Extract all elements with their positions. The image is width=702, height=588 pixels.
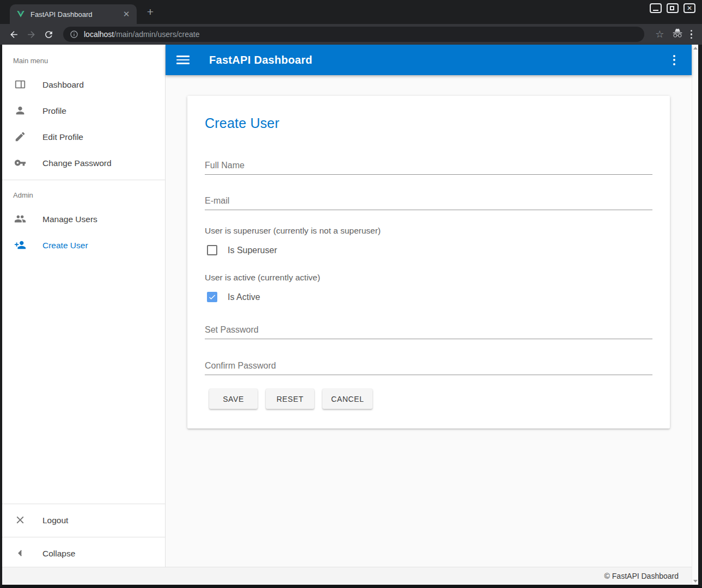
checkbox-label: Is Active — [228, 292, 260, 302]
sidebar-item-dashboard[interactable]: Dashboard — [2, 72, 165, 98]
maximize-button[interactable] — [667, 3, 679, 13]
app-bar: FastAPI Dashboard — [166, 45, 692, 75]
sidebar-section-admin: Admin — [2, 183, 165, 206]
browser-menu-icon[interactable] — [691, 30, 693, 39]
email-field — [205, 196, 652, 210]
new-tab-button[interactable]: + — [143, 5, 157, 20]
toolbar-right: ☆ — [652, 28, 695, 41]
vertical-scrollbar[interactable] — [692, 45, 698, 585]
sidebar-divider — [2, 180, 165, 180]
sidebar-item-label: Manage Users — [42, 215, 97, 224]
is-active-checkbox-row[interactable]: Is Active — [205, 292, 652, 302]
set-password-field — [205, 325, 652, 339]
url-bar[interactable]: localhost/main/admin/users/create — [63, 27, 644, 42]
sidebar-item-profile[interactable]: Profile — [2, 98, 165, 124]
minimize-button[interactable] — [650, 3, 662, 13]
bookmark-star-icon[interactable]: ☆ — [655, 28, 664, 40]
app-title: FastAPI Dashboard — [209, 54, 313, 66]
full-name-input[interactable] — [205, 161, 652, 170]
sidebar-item-label: Change Password — [42, 158, 112, 168]
sidebar-item-create-user[interactable]: Create User — [2, 232, 165, 259]
checkbox-label: Is Superuser — [228, 246, 277, 255]
is-superuser-checkbox[interactable] — [207, 245, 217, 255]
person-add-icon — [14, 239, 27, 252]
hamburger-menu-icon[interactable] — [176, 53, 190, 66]
sidebar-item-edit-profile[interactable]: Edit Profile — [2, 124, 165, 150]
reload-button[interactable] — [41, 27, 56, 41]
incognito-icon — [672, 28, 683, 41]
chevron-left-icon — [14, 547, 27, 560]
dashboard-icon — [14, 78, 27, 91]
full-name-field — [205, 161, 652, 175]
scroll-up-arrow-icon[interactable] — [693, 47, 698, 50]
reset-button[interactable]: RESET — [266, 389, 314, 409]
set-password-input[interactable] — [205, 325, 652, 335]
appbar-menu-icon[interactable] — [670, 52, 679, 69]
back-button[interactable] — [7, 27, 21, 41]
tab-title: FastAPI Dashboard — [30, 10, 121, 19]
sidebar-item-label: Profile — [42, 106, 66, 116]
sidebar-divider — [2, 504, 165, 504]
url-text: localhost/main/admin/users/create — [84, 30, 199, 39]
sidebar-item-change-password[interactable]: Change Password — [2, 150, 165, 176]
scroll-down-arrow-icon[interactable] — [693, 580, 698, 583]
is-active-checkbox[interactable] — [207, 292, 217, 302]
sidebar-item-logout[interactable]: Logout — [2, 507, 165, 534]
main-column: FastAPI Dashboard Create User — [166, 45, 692, 567]
sidebar-item-label: Create User — [42, 241, 88, 250]
sidebar-item-label: Collapse — [42, 549, 75, 559]
sidebar-item-collapse[interactable]: Collapse — [2, 541, 165, 567]
vue-favicon-icon — [16, 10, 25, 19]
sidebar-item-label: Logout — [42, 516, 68, 525]
browser-toolbar: localhost/main/admin/users/create ☆ — [0, 24, 702, 45]
forward-button[interactable] — [24, 27, 38, 41]
confirm-password-field — [205, 361, 652, 375]
sidebar-item-manage-users[interactable]: Manage Users — [2, 206, 165, 232]
create-user-card: Create User User is superuser (currently… — [187, 96, 670, 428]
people-icon — [14, 213, 27, 226]
is-superuser-checkbox-row[interactable]: Is Superuser — [205, 245, 652, 255]
sidebar-item-label: Edit Profile — [42, 132, 83, 142]
active-hint: User is active (currently active) — [205, 273, 652, 283]
tab-close-icon[interactable]: ✕ — [121, 9, 131, 19]
page-frame: Main menu Dashboard Profile — [0, 45, 702, 588]
confirm-password-input[interactable] — [205, 361, 652, 371]
url-host: localhost — [84, 30, 114, 39]
sidebar: Main menu Dashboard Profile — [2, 45, 166, 567]
sidebar-divider — [2, 537, 165, 537]
sidebar-item-label: Dashboard — [42, 80, 84, 90]
copyright-text: © FastAPI Dashboard — [605, 572, 679, 580]
page-content: Create User User is superuser (currently… — [166, 75, 692, 567]
page-info-icon[interactable] — [70, 30, 78, 39]
url-path: /main/admin/users/create — [114, 30, 199, 39]
window-controls: ✕ — [650, 3, 695, 13]
browser-tab[interactable]: FastAPI Dashboard ✕ — [10, 4, 137, 24]
close-icon — [14, 514, 27, 527]
email-input[interactable] — [205, 196, 652, 206]
browser-window: FastAPI Dashboard ✕ + ✕ localhost/main/a… — [0, 0, 702, 588]
save-button[interactable]: SAVE — [209, 389, 258, 409]
person-icon — [14, 105, 27, 118]
key-icon — [14, 157, 27, 170]
card-title: Create User — [205, 115, 652, 131]
pencil-icon — [14, 131, 27, 144]
close-window-button[interactable]: ✕ — [683, 3, 695, 13]
cancel-button[interactable]: CANCEL — [322, 389, 373, 409]
form-buttons: SAVE RESET CANCEL — [205, 389, 652, 409]
page-footer: © FastAPI Dashboard — [2, 567, 692, 585]
sidebar-section-main-menu: Main menu — [2, 49, 165, 72]
superuser-hint: User is superuser (currently is not a su… — [205, 226, 652, 236]
browser-titlebar: FastAPI Dashboard ✕ + ✕ — [0, 0, 702, 24]
sidebar-spacer — [2, 259, 165, 500]
